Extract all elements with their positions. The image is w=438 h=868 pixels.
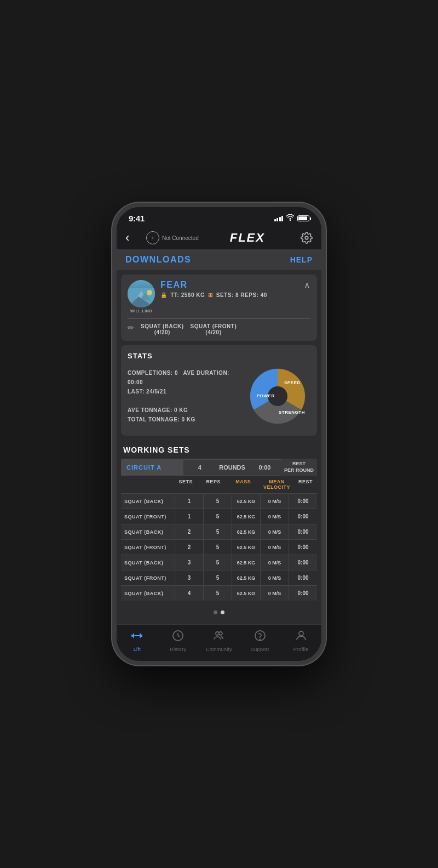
row-velocity: 0 M/S <box>260 494 289 509</box>
row-mass: 62.5 KG <box>232 586 260 601</box>
working-sets-title: WORKING SETS <box>121 440 317 459</box>
row-reps: 5 <box>203 509 232 524</box>
page-title: DOWNLOADS <box>125 255 191 265</box>
row-rest: 0:00 <box>289 524 317 539</box>
row-reps: 5 <box>203 524 232 539</box>
pagination-dot-2[interactable] <box>221 610 224 614</box>
row-rest: 0:00 <box>289 555 317 570</box>
workout-name: FEAR <box>160 280 298 290</box>
svg-text:POWER: POWER <box>257 393 275 398</box>
svg-point-21 <box>260 639 260 640</box>
device-status[interactable]: F Not Connected <box>146 231 199 244</box>
stats-content: COMPLETIONS: 0 AVE DURATION: 00:00 LAST:… <box>128 363 310 429</box>
svg-point-19 <box>219 632 222 635</box>
working-sets-section: WORKING SETS CIRCUIT A 4 ROUNDS 0:00 RES… <box>121 440 317 601</box>
row-velocity: 0 M/S <box>260 509 289 524</box>
row-mass: 62.5 KG <box>232 570 260 585</box>
main-content: DOWNLOADS HELP <box>117 249 321 624</box>
svg-rect-13 <box>141 635 142 637</box>
nav-item-history[interactable]: History <box>162 629 194 652</box>
rest-time: 0:00 <box>249 460 281 475</box>
support-icon <box>253 629 267 645</box>
row-exercise-name: SQUAT (FRONT) <box>121 509 175 524</box>
table-body: SQUAT (BACK) 1 5 62.5 KG 0 M/S 0:00 SQUA… <box>121 493 317 601</box>
row-exercise-name: SQUAT (BACK) <box>121 555 175 570</box>
row-mass: 62.5 KG <box>232 509 260 524</box>
collapse-chevron-icon[interactable]: ∧ <box>304 280 310 290</box>
workout-meta: 🔒 TT: 2560 KG ⊞ SETS: 8 REPS: 40 <box>160 292 298 298</box>
nav-item-support[interactable]: Support <box>244 629 276 652</box>
row-rest: 0:00 <box>289 586 317 601</box>
sets-reps: SETS: 8 REPS: 40 <box>216 292 267 298</box>
row-reps: 5 <box>203 586 232 601</box>
battery-icon <box>297 215 309 221</box>
community-icon <box>212 629 226 645</box>
row-sets: 4 <box>175 586 203 601</box>
table-row: SQUAT (FRONT) 1 5 62.5 KG 0 M/S 0:00 <box>121 509 317 524</box>
avatar-label: WILL LIND <box>130 309 152 313</box>
page-header: DOWNLOADS HELP <box>117 249 321 270</box>
row-mass: 62.5 KG <box>232 540 260 555</box>
table-row: SQUAT (FRONT) 2 5 62.5 KG 0 M/S 0:00 <box>121 539 317 555</box>
lift-icon <box>130 629 143 645</box>
row-reps: 5 <box>203 494 232 509</box>
row-exercise-name: SQUAT (BACK) <box>121 524 175 539</box>
svg-text:STRENGTH: STRENGTH <box>279 410 305 415</box>
exercise-name: SQUAT (BACK)(4/20) <box>141 323 184 335</box>
settings-button[interactable] <box>296 232 313 244</box>
nav-item-profile[interactable]: Profile <box>285 629 318 652</box>
rounds-count: 4 <box>183 460 216 475</box>
nav-item-community[interactable]: Community <box>203 629 235 652</box>
svg-text:SPEED: SPEED <box>284 380 301 385</box>
phone-frame: 9:41 <box>112 203 326 665</box>
status-time: 9:41 <box>129 214 145 223</box>
help-button[interactable]: HELP <box>290 255 313 264</box>
nav-bar: ‹ F Not Connected FLEX <box>117 226 321 249</box>
workout-info: FEAR 🔒 TT: 2560 KG ⊞ SETS: 8 REPS: 40 <box>160 280 298 298</box>
exercise-name: SQUAT (FRONT)(4/20) <box>191 323 237 335</box>
row-exercise-name: SQUAT (FRONT) <box>121 540 175 555</box>
support-label: Support <box>251 647 269 652</box>
svg-point-0 <box>290 219 291 221</box>
nav-item-lift[interactable]: Lift <box>120 629 153 652</box>
avatar-wrap: WILL LIND <box>128 280 155 313</box>
stats-text: COMPLETIONS: 0 AVE DURATION: 00:00 LAST:… <box>128 368 245 424</box>
exercise-item: SQUAT (FRONT)(4/20) <box>191 323 237 335</box>
row-reps: 5 <box>203 555 232 570</box>
stats-chart: SPEED POWER STRENGTH <box>245 363 310 429</box>
notch <box>186 207 252 222</box>
svg-rect-12 <box>131 635 133 637</box>
col-header-velocity: MEANVELOCITY <box>260 476 294 493</box>
edit-icon[interactable]: ✏ <box>128 323 134 335</box>
col-headers: SETS REPS MASS MEANVELOCITY REST <box>121 476 317 493</box>
row-velocity: 0 M/S <box>260 555 289 570</box>
app-title: FLEX <box>203 231 292 245</box>
pagination-dot-1[interactable] <box>214 610 217 614</box>
row-sets: 3 <box>175 555 203 570</box>
lock-icon: 🔒 <box>160 292 168 298</box>
row-sets: 2 <box>175 524 203 539</box>
svg-point-22 <box>299 631 303 636</box>
avatar <box>128 280 155 307</box>
row-exercise-name: SQUAT (FRONT) <box>121 570 175 585</box>
row-sets: 3 <box>175 570 203 585</box>
stats-title: STATS <box>128 352 310 360</box>
connection-status: Not Connected <box>162 235 199 241</box>
row-rest: 0:00 <box>289 570 317 585</box>
rest-per-round: RESTPER ROUND <box>281 459 317 476</box>
rounds-label: ROUNDS <box>216 460 249 475</box>
row-exercise-name: SQUAT (BACK) <box>121 494 175 509</box>
row-reps: 5 <box>203 570 232 585</box>
workout-exercises: ✏ SQUAT (BACK)(4/20) SQUAT (FRONT)(4/20) <box>128 318 310 335</box>
svg-rect-16 <box>134 635 140 636</box>
row-mass: 62.5 KG <box>232 494 260 509</box>
row-reps: 5 <box>203 540 232 555</box>
svg-point-6 <box>147 290 152 295</box>
community-label: Community <box>206 647 232 652</box>
wifi-icon <box>286 214 295 222</box>
stats-section: STATS COMPLETIONS: 0 AVE DURATION: 00:00… <box>121 345 317 436</box>
col-header-mass: MASS <box>227 476 260 493</box>
signal-bars-icon <box>274 216 284 221</box>
back-button[interactable]: ‹ <box>125 231 142 245</box>
col-header-exercise <box>121 476 172 493</box>
